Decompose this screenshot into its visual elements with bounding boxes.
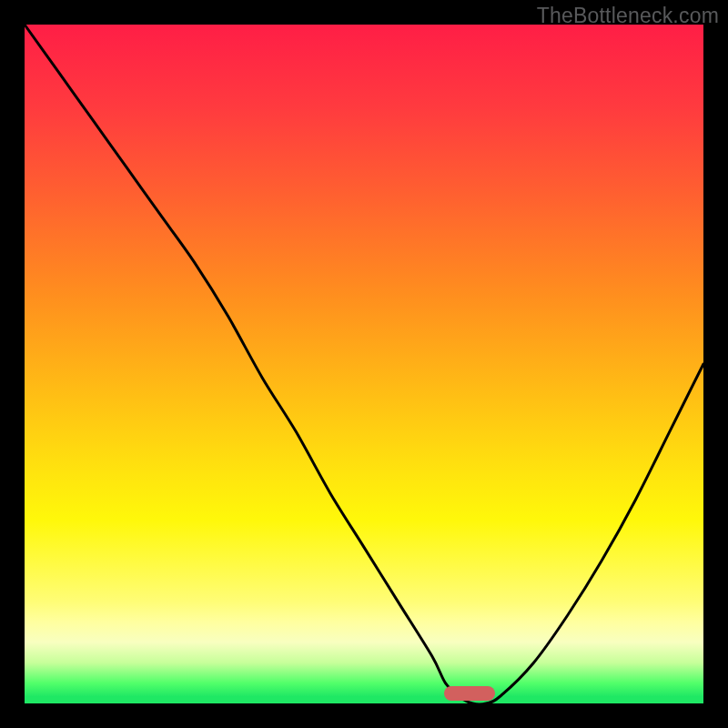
bottleneck-curve-line — [25, 25, 703, 704]
bottleneck-chart — [25, 25, 703, 703]
optimum-marker — [444, 686, 495, 701]
watermark-text: TheBottleneck.com — [537, 4, 719, 28]
